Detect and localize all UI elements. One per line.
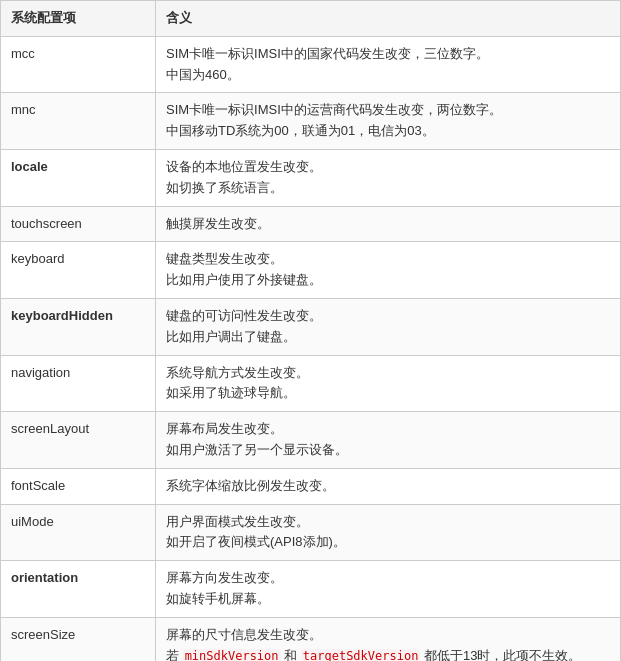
row-value-mcc: SIM卡唯一标识IMSI中的国家代码发生改变，三位数字。中国为460。 — [156, 36, 621, 93]
row-key-uiMode: uiMode — [1, 504, 156, 561]
row-value-fontScale: 系统字体缩放比例发生改变。 — [156, 468, 621, 504]
row-key-touchscreen: touchscreen — [1, 206, 156, 242]
row-key-locale: locale — [1, 149, 156, 206]
row-value-keyboardHidden: 键盘的可访问性发生改变。比如用户调出了键盘。 — [156, 298, 621, 355]
code-span: targetSdkVersion — [301, 649, 421, 661]
col-header-key: 系统配置项 — [1, 1, 156, 37]
row-value-mnc: SIM卡唯一标识IMSI中的运营商代码发生改变，两位数字。中国移动TD系统为00… — [156, 93, 621, 150]
row-value-orientation: 屏幕方向发生改变。如旋转手机屏幕。 — [156, 561, 621, 618]
row-key-fontScale: fontScale — [1, 468, 156, 504]
row-value-screenSize: 屏幕的尺寸信息发生改变。若 minSdkVersion 和 targetSdkV… — [156, 617, 621, 661]
row-key-orientation: orientation — [1, 561, 156, 618]
row-key-mnc: mnc — [1, 93, 156, 150]
code-span: minSdkVersion — [183, 649, 281, 661]
row-value-touchscreen: 触摸屏发生改变。 — [156, 206, 621, 242]
row-value-screenLayout: 屏幕布局发生改变。如用户激活了另一个显示设备。 — [156, 412, 621, 469]
row-value-uiMode: 用户界面模式发生改变。如开启了夜间模式(API8添加)。 — [156, 504, 621, 561]
row-key-screenLayout: screenLayout — [1, 412, 156, 469]
row-key-keyboard: keyboard — [1, 242, 156, 299]
row-key-screenSize: screenSize — [1, 617, 156, 661]
row-value-keyboard: 键盘类型发生改变。比如用户使用了外接键盘。 — [156, 242, 621, 299]
row-key-mcc: mcc — [1, 36, 156, 93]
config-table: 系统配置项 含义 mccSIM卡唯一标识IMSI中的国家代码发生改变，三位数字。… — [0, 0, 621, 661]
row-value-locale: 设备的本地位置发生改变。如切换了系统语言。 — [156, 149, 621, 206]
row-value-navigation: 系统导航方式发生改变。如采用了轨迹球导航。 — [156, 355, 621, 412]
row-key-keyboardHidden: keyboardHidden — [1, 298, 156, 355]
row-key-navigation: navigation — [1, 355, 156, 412]
col-header-value: 含义 — [156, 1, 621, 37]
